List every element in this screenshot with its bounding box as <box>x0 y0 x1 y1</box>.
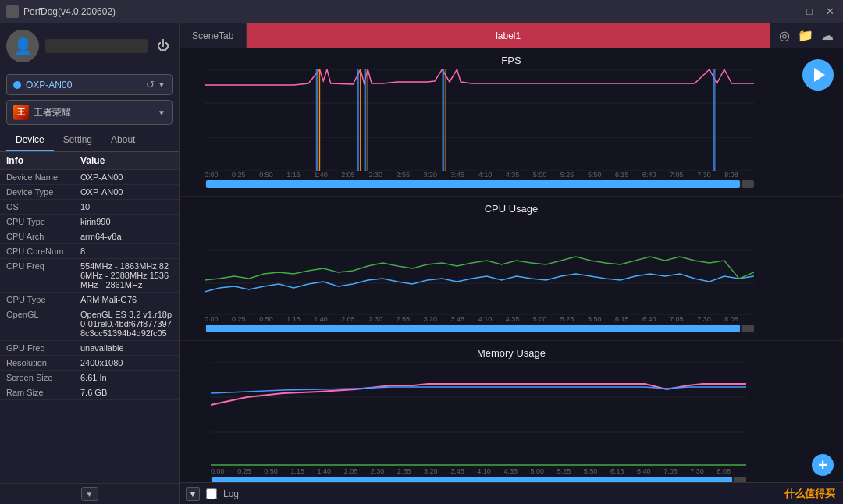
table-row: CPU Freq554MHz - 1863MHz 826MHz - 2088MH… <box>0 259 179 293</box>
fps-scrollbar-thumb[interactable] <box>206 180 740 188</box>
memory-scrollbar-end <box>734 477 746 482</box>
cpu-x-axis: 0:000:250:501:151:402:052:302:553:203:45… <box>183 315 754 323</box>
device-selector-left: OXP-AN00 <box>13 80 72 91</box>
charts-container: FPS FPS 75 50 25 0 <box>180 48 843 482</box>
tab-device[interactable]: Device <box>6 130 54 151</box>
folder-icon[interactable]: 📁 <box>798 28 813 43</box>
app-icon-box: 王 <box>13 105 29 120</box>
sidebar: 👤 ⏻ OXP-AN00 ↺ ▼ 王 王者荣耀 ▼ Device <box>0 23 180 504</box>
avatar: 👤 <box>6 30 39 62</box>
fps-scrollbar-end <box>742 180 754 188</box>
memory-x-axis: 0:000:250:501:151:402:052:302:553:203:45… <box>183 467 746 475</box>
app-name: 王者荣耀 <box>34 106 71 119</box>
chevron-down-icon: ▼ <box>158 80 165 89</box>
location-icon[interactable]: ◎ <box>779 28 790 43</box>
table-row: Screen Size6.61 In <box>0 371 179 385</box>
memory-chart-svg <box>211 362 746 467</box>
table-row: GPU TypeARM Mali-G76 <box>0 293 179 307</box>
table-row: GPU Frequnavailable <box>0 341 179 356</box>
main-layout: 👤 ⏻ OXP-AN00 ↺ ▼ 王 王者荣耀 ▼ Device <box>0 23 843 504</box>
memory-chart-area: MB 807MB 5MB <box>211 362 746 467</box>
cloud-icon[interactable]: ☁ <box>821 28 834 43</box>
right-panel: SceneTab label1 ◎ 📁 ☁ FPS FPS <box>180 23 843 504</box>
scene-tabbar: SceneTab label1 ◎ 📁 ☁ <box>180 23 843 48</box>
tab-about[interactable]: About <box>101 130 144 151</box>
scene-tab-active[interactable]: label1 <box>247 23 770 48</box>
app-chevron-icon: ▼ <box>158 108 165 117</box>
cpu-chart-area: % 15% 34% AppCPU <box>205 218 754 315</box>
fps-x-axis: 0:000:250:501:151:402:052:302:553:203:45… <box>183 171 754 179</box>
svg-rect-15 <box>442 69 444 171</box>
fps-chart-section: FPS FPS 75 50 25 0 <box>180 48 843 197</box>
app-selector[interactable]: 王 王者荣耀 ▼ <box>6 100 173 125</box>
scene-tab-label[interactable]: SceneTab <box>180 23 247 48</box>
play-button[interactable] <box>802 59 834 91</box>
device-name: OXP-AN00 <box>26 80 72 91</box>
memory-scrollbar-thumb[interactable] <box>212 477 732 482</box>
device-status-dot <box>13 81 21 89</box>
fps-scrollbar[interactable] <box>205 180 754 188</box>
device-selector[interactable]: OXP-AN00 ↺ ▼ <box>6 74 173 95</box>
table-row: Ram Size7.6 GB <box>0 385 179 400</box>
username-bar <box>45 39 148 53</box>
table-row: Device NameOXP-AN00 <box>0 170 179 185</box>
log-checkbox[interactable] <box>206 488 217 499</box>
tab-setting[interactable]: Setting <box>54 130 101 151</box>
power-button[interactable]: ⏻ <box>154 37 173 55</box>
app-icon <box>6 5 19 18</box>
add-chart-button[interactable]: + <box>812 454 834 476</box>
cpu-scrollbar-thumb[interactable] <box>206 325 740 332</box>
table-row: OS10 <box>0 200 179 215</box>
app-selector-left: 王 王者荣耀 <box>13 105 71 120</box>
sidebar-scroll-area: ▼ <box>0 483 179 504</box>
titlebar: PerfDog(v4.0.200602) — □ ✕ <box>0 0 843 23</box>
scene-icons: ◎ 📁 ☁ <box>770 28 843 43</box>
refresh-icon[interactable]: ↺ <box>146 79 155 91</box>
bottom-bar: ▼ Log <box>180 482 843 504</box>
cpu-scrollbar-end <box>742 325 754 332</box>
table-row: OpenGLOpenGL ES 3.2 v1.r18p0-01rel0.4bdf… <box>0 307 179 341</box>
cpu-chart-svg <box>205 218 754 315</box>
table-row: CPU Typekirin990 <box>0 215 179 229</box>
table-row: CPU CoreNum8 <box>0 244 179 259</box>
scroll-left-button[interactable]: ▼ <box>186 487 200 501</box>
table-row: Resolution2400x1080 <box>0 356 179 371</box>
svg-rect-16 <box>713 69 716 171</box>
watermark: 什么值得买 <box>784 487 835 501</box>
cpu-chart-section: CPU Usage % 15% 34% <box>180 197 843 341</box>
memory-scrollbar[interactable] <box>211 477 746 482</box>
cpu-scrollbar[interactable] <box>205 325 754 332</box>
scroll-down-button[interactable]: ▼ <box>81 487 98 501</box>
cpu-chart-title: CPU Usage <box>183 203 840 215</box>
device-selector-icons: ↺ ▼ <box>146 79 165 91</box>
svg-rect-12 <box>316 69 318 171</box>
sidebar-tabs: Device Setting About <box>0 130 179 152</box>
memory-chart-title: Memory Usage <box>183 347 840 359</box>
fps-chart-area: FPS 75 50 25 0 <box>205 69 754 171</box>
fps-chart-title: FPS <box>183 55 840 66</box>
fps-chart-svg: 75 50 25 0 <box>205 69 754 171</box>
minimize-button[interactable]: — <box>782 5 796 19</box>
memory-chart-section: Memory Usage MB <box>180 341 843 482</box>
svg-rect-14 <box>365 69 367 171</box>
sidebar-header: 👤 ⏻ <box>0 23 179 69</box>
table-row: CPU Archarm64-v8a <box>0 229 179 244</box>
titlebar-controls: — □ ✕ <box>782 5 837 19</box>
info-table: Info Value Device NameOXP-AN00Device Typ… <box>0 152 179 483</box>
titlebar-title: PerfDog(v4.0.200602) <box>23 6 116 17</box>
table-row: Device TypeOXP-AN00 <box>0 185 179 200</box>
svg-rect-13 <box>357 69 359 171</box>
maximize-button[interactable]: □ <box>802 5 816 19</box>
info-table-header: Info Value <box>0 152 179 170</box>
close-button[interactable]: ✕ <box>823 5 837 19</box>
titlebar-left: PerfDog(v4.0.200602) <box>6 5 116 18</box>
play-icon <box>814 68 825 82</box>
log-label: Log <box>223 488 239 499</box>
